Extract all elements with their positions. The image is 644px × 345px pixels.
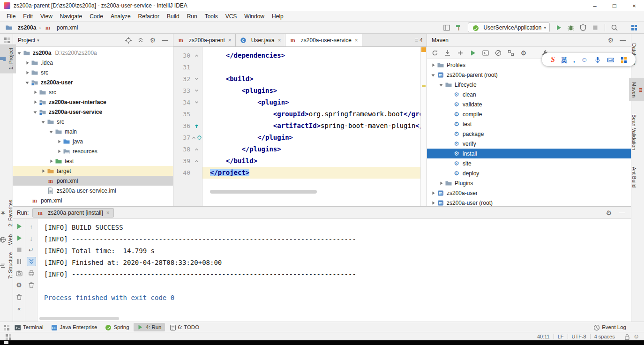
search-everywhere-button[interactable] [609,22,620,33]
tool-button-6-todo[interactable]: 6: TODO [166,323,203,331]
run-config-select[interactable]: UserServiceApplication ▾ [468,22,550,32]
scroll-end-icon[interactable] [27,257,36,266]
project-tree-item-pom-xml[interactable]: mpom.xml [13,176,173,186]
stripe-tab-ant-build[interactable]: Ant Build [629,163,639,191]
fold-marker-icon[interactable] [190,85,202,97]
settings-gear-icon[interactable]: ⚙ [148,35,158,45]
pause-icon[interactable] [15,257,24,266]
stripe-change-mark[interactable] [421,47,426,52]
chevron-right-icon[interactable] [56,148,62,155]
code-line-37[interactable]: 37 </plugin> [173,132,420,143]
goal-icon[interactable] [480,48,491,58]
project-panel-title[interactable]: Project [18,37,35,44]
rerun-all-icon[interactable] [15,233,24,243]
run-tab[interactable]: m zs200a-parent [install] × [32,208,113,218]
console-hscrollbar[interactable] [39,317,119,320]
ime-keyboard-icon[interactable] [607,56,614,63]
dependencies-icon[interactable] [506,48,516,58]
collapse-all-icon[interactable] [135,35,146,45]
stop-icon[interactable] [15,245,24,255]
stripe-tab-bean-validation[interactable]: Bean Validation [629,111,639,154]
fold-marker-icon[interactable] [190,155,202,167]
ime-language-toggle[interactable]: 英 [561,55,567,64]
fold-marker-icon[interactable] [190,73,202,85]
event-log-button[interactable]: Event Log [593,324,626,330]
settings-gear-icon[interactable]: ⚙ [606,35,616,45]
maven-tree-item-lifecycle[interactable]: Lifecycle [427,80,631,90]
hide-icon[interactable]: — [160,35,170,45]
code-line-36[interactable]: 36 <artifactId>spring-boot-maven-plugin<… [173,120,420,132]
chevron-right-icon[interactable] [24,69,30,76]
code-line-40[interactable]: 40</project> [173,167,420,179]
code-line-31[interactable]: 31 [173,61,420,73]
project-tree-item-java[interactable]: java [13,136,173,146]
menu-tools[interactable]: Tools [201,12,222,21]
down-icon[interactable]: ↓ [27,233,36,243]
project-tree-item-src[interactable]: src [13,68,173,77]
coverage-button[interactable] [578,22,588,33]
fold-marker-icon[interactable] [190,132,202,143]
chevron-right-icon[interactable] [430,200,436,206]
taskbar-app-icon[interactable] [4,341,8,344]
code-line-30[interactable]: 30 </dependencies> [173,50,420,61]
ime-mic-icon[interactable] [594,56,601,63]
status-item-40-11[interactable]: 40:11 [533,334,554,339]
menu-refactor[interactable]: Refactor [135,12,163,21]
fold-marker-icon[interactable] [190,143,202,155]
project-tree-item-idea[interactable]: .idea [13,58,173,68]
maven-tree-item-zs200a-user[interactable]: mzs200a-user [427,188,631,198]
settings-gear-icon[interactable]: ⚙ [15,280,24,290]
trash-icon[interactable] [15,292,24,301]
maven-tree-item-verify[interactable]: ⚙verify [427,139,631,149]
stripe-tab-maven[interactable]: mMaven [629,78,644,101]
editor-tab-zs200a-user-service[interactable]: mzs200a-user-service× [285,34,362,46]
tool-button-4-run[interactable]: 4: Run [134,323,165,331]
editor-tab-user-java[interactable]: CUser.java× [236,34,285,46]
maven-tree-item-site[interactable]: ⚙site [427,158,631,168]
menu-build[interactable]: Build [163,12,183,21]
menu-vcs[interactable]: VCS [222,12,241,21]
code-line-32[interactable]: 32 <build> [173,73,420,85]
ime-punctuation-toggle[interactable]: , [573,56,575,63]
code-line-39[interactable]: 39 </build> [173,155,420,167]
tool-windows-icon[interactable] [3,37,10,43]
hector-inspector-icon[interactable]: ☺ [633,333,639,339]
close-button[interactable]: × [624,0,644,11]
run-icon[interactable] [468,48,478,58]
hide-icon[interactable]: — [618,35,628,45]
chevron-down-icon[interactable] [32,109,38,115]
collapse-icon[interactable]: « [15,304,24,313]
chevron-right-icon[interactable] [56,138,62,145]
status-item-lf[interactable]: LF [554,334,568,339]
stripe-tab-2-favorites[interactable]: ★2: Favorites [0,196,15,230]
up-icon[interactable]: ↑ [27,222,36,231]
close-tab-icon[interactable]: × [106,210,110,216]
chevron-down-icon[interactable] [48,128,54,135]
close-tab-icon[interactable]: × [278,37,281,44]
project-tree-item-src[interactable]: src [13,117,173,127]
tool-button-spring[interactable]: Spring [101,323,132,331]
breadcrumb-file[interactable]: pom.xml [57,24,78,31]
maven-tree-item-zs200a-parent-root[interactable]: mzs200a-parent (root) [427,70,631,80]
fold-marker-icon[interactable] [190,50,202,61]
code-line-34[interactable]: 34 <plugin> [173,97,420,108]
settings-gear-icon[interactable]: ⚙ [604,208,614,218]
chevron-right-icon[interactable] [48,158,54,165]
code-line-33[interactable]: 33 <plugins> [173,85,420,97]
debug-button[interactable] [566,22,576,33]
menu-navigate[interactable]: Navigate [56,12,86,21]
code-line-35[interactable]: 35 <groupId>org.springframework.boot</gr… [173,108,420,120]
minimize-button[interactable]: – [585,0,605,11]
editor-tab-zs200a-parent[interactable]: mzs200a-parent× [173,34,236,46]
project-tree-item-target[interactable]: target [13,166,173,176]
project-tree-item-zs200a-user[interactable]: zs200a-user [13,77,173,87]
run-button[interactable] [554,22,564,33]
status-item-4-spaces[interactable]: 4 spaces [591,334,619,339]
status-item-utf-8[interactable]: UTF-8 [568,334,590,339]
chevron-down-icon[interactable] [430,72,436,78]
project-tree-item-resources[interactable]: resources [13,146,173,156]
project-tree-item-zs200a-user-service[interactable]: zs200a-user-service [13,107,173,117]
download-icon[interactable] [442,48,453,58]
stripe-tab-7-structure[interactable]: 7: Structure [0,248,15,283]
close-tab-icon[interactable]: × [355,37,358,44]
